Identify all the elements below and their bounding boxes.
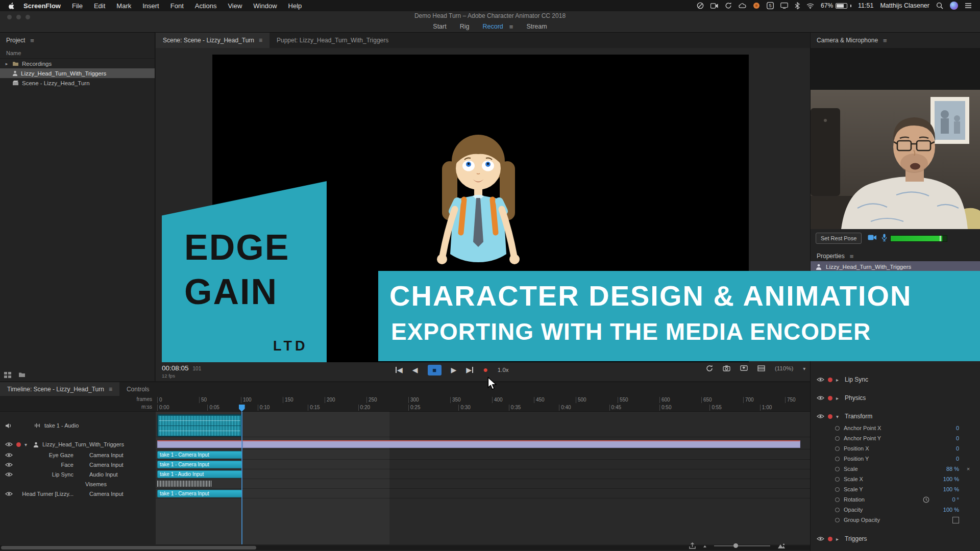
- track-lane[interactable]: [156, 439, 810, 449]
- keyframe-toggle[interactable]: [835, 487, 840, 492]
- section-physics[interactable]: ▸Physics: [811, 392, 980, 404]
- play-button[interactable]: ▶: [451, 366, 457, 374]
- record-arm-dot[interactable]: [828, 378, 832, 382]
- chevron-right-icon[interactable]: ▸: [836, 377, 841, 383]
- speaker-icon[interactable]: [5, 423, 12, 429]
- sync-icon[interactable]: [725, 2, 732, 9]
- visibility-toggle-icon[interactable]: [5, 453, 13, 458]
- screen-output-icon[interactable]: [740, 365, 748, 371]
- active-app-name[interactable]: ScreenFlow: [23, 2, 61, 10]
- keyframe-toggle[interactable]: [835, 426, 840, 431]
- timeline-horizontal-scrollbar[interactable]: [0, 545, 810, 550]
- camera-input-icon[interactable]: [868, 235, 876, 240]
- keyframe-toggle[interactable]: [835, 436, 840, 441]
- project-item-scene-lizzy-head-turn[interactable]: Scene - Lizzy_Head_Turn: [0, 78, 155, 88]
- apple-menu-icon[interactable]: [8, 2, 15, 10]
- timeline-zoom-slider[interactable]: [714, 545, 770, 546]
- keyframe-toggle[interactable]: [835, 508, 840, 512]
- track-header-visemes[interactable]: Visemes: [0, 479, 155, 489]
- property-value[interactable]: 100 %: [934, 476, 959, 482]
- armed-track-bar[interactable]: [157, 440, 800, 448]
- keyframe-toggle[interactable]: [835, 457, 840, 461]
- menu-help[interactable]: Help: [288, 2, 302, 10]
- playback-speed[interactable]: 1.0x: [498, 367, 509, 373]
- take-clip[interactable]: take 1 - Camera Input: [157, 490, 242, 497]
- workspace-tab-stream[interactable]: Stream: [526, 23, 547, 30]
- previous-frame-button[interactable]: ◀: [412, 366, 418, 374]
- chevron-right-icon[interactable]: ▸: [836, 536, 841, 542]
- zoom-in-large-icon[interactable]: [777, 543, 786, 549]
- menu-mark[interactable]: Mark: [116, 2, 131, 10]
- mute-icon[interactable]: [697, 2, 704, 9]
- snapshot-icon[interactable]: [723, 365, 730, 371]
- project-item-lizzy-head-turn-with-triggers[interactable]: Lizzy_Head_Turn_With_Triggers: [0, 68, 155, 78]
- workspace-tab-record[interactable]: Record: [482, 23, 503, 30]
- chevron-right-icon[interactable]: ▸: [836, 395, 841, 401]
- scene-tab-menu-icon[interactable]: ≡: [259, 37, 262, 44]
- zoom-out-small-icon[interactable]: [703, 544, 707, 548]
- video-icon[interactable]: [710, 3, 718, 9]
- keyframe-toggle[interactable]: [835, 446, 840, 451]
- new-item-grid-icon[interactable]: [4, 372, 11, 378]
- record-arm-dot[interactable]: [828, 396, 832, 400]
- go-to-start-button[interactable]: ◀: [396, 366, 403, 374]
- clock[interactable]: 11:51: [858, 2, 873, 9]
- reset-value-icon[interactable]: ×: [963, 466, 973, 472]
- new-folder-icon[interactable]: [18, 372, 26, 378]
- track-lane[interactable]: [156, 414, 810, 437]
- track-header-head-turner-lizzy[interactable]: Head Turner [Lizzy...Camera Input: [0, 489, 155, 498]
- keyframe-toggle[interactable]: [835, 467, 840, 471]
- battery-indicator[interactable]: 67%: [821, 2, 851, 9]
- track-lane[interactable]: take 1 - Audio Input: [156, 469, 810, 479]
- chevron-down-icon[interactable]: ▾: [836, 414, 841, 419]
- properties-panel-menu-icon[interactable]: ≡: [850, 253, 854, 260]
- section-lip-sync[interactable]: ▸Lip Sync: [811, 374, 980, 385]
- menu-view[interactable]: View: [228, 2, 242, 10]
- property-value[interactable]: 0 °: [934, 496, 959, 503]
- record-arm-dot[interactable]: [828, 414, 832, 419]
- export-icon[interactable]: [689, 542, 696, 549]
- menu-window[interactable]: Window: [253, 2, 277, 10]
- audio-take-clip[interactable]: [157, 414, 242, 437]
- project-panel-menu-icon[interactable]: ≡: [30, 37, 34, 44]
- track-header-take-1-audio[interactable]: take 1 - Audio: [0, 414, 155, 437]
- track-lane[interactable]: take 1 - Camera Input: [156, 450, 810, 460]
- zoom-caret-icon[interactable]: ▾: [803, 366, 805, 371]
- property-value[interactable]: 100 %: [934, 507, 959, 513]
- spotlight-search-icon[interactable]: [936, 2, 943, 9]
- notification-center-icon[interactable]: [965, 3, 972, 9]
- siri-icon[interactable]: [950, 2, 958, 10]
- workspace-tab-rig[interactable]: Rig: [460, 23, 470, 30]
- take-clip[interactable]: take 1 - Camera Input: [157, 451, 242, 459]
- selected-puppet-row[interactable]: Lizzy_Head_Turn_With_Triggers: [811, 261, 980, 272]
- visibility-toggle-icon[interactable]: [5, 472, 13, 477]
- keyframe-toggle[interactable]: [835, 518, 840, 522]
- group-opacity-checkbox[interactable]: [952, 517, 959, 523]
- track-lane[interactable]: take 1 - Camera Input: [156, 460, 810, 469]
- visibility-toggle-icon[interactable]: [5, 462, 13, 467]
- take-clip[interactable]: take 1 - Audio Input: [157, 470, 242, 478]
- project-item-recordings[interactable]: ▸Recordings: [0, 59, 155, 68]
- menu-file[interactable]: File: [72, 2, 83, 10]
- cloud-icon[interactable]: [739, 3, 746, 8]
- track-lane[interactable]: take 1 - Camera Input: [156, 489, 810, 498]
- menu-actions[interactable]: Actions: [195, 2, 217, 10]
- track-header-face[interactable]: FaceCamera Input: [0, 460, 155, 469]
- camera-panel-menu-icon[interactable]: ≡: [883, 37, 887, 44]
- track-header-lip-sync[interactable]: Lip SyncAudio Input: [0, 469, 155, 479]
- property-value[interactable]: 0: [934, 435, 959, 441]
- track-header-lizzy-head-turn-with-triggers[interactable]: ▾Lizzy_Head_Turn_With_Triggers: [0, 439, 155, 449]
- record-arm-dot[interactable]: [16, 442, 21, 447]
- user-menu[interactable]: Matthijs Clasener: [880, 2, 929, 9]
- display-icon[interactable]: [780, 3, 788, 9]
- wifi-icon[interactable]: [806, 3, 814, 9]
- stop-button[interactable]: ■: [428, 365, 442, 375]
- property-value[interactable]: 0: [934, 456, 959, 462]
- scene-view-tab-puppet-lizzy-head-turn-with-triggers[interactable]: Puppet: Lizzy_Head_Turn_With_Triggers: [270, 33, 396, 48]
- rec-app-icon[interactable]: [753, 2, 760, 9]
- property-value[interactable]: 100 %: [934, 486, 959, 492]
- stopwatch-icon[interactable]: [923, 496, 929, 503]
- section-transform[interactable]: ▾Transform: [811, 411, 980, 422]
- keyframe-toggle[interactable]: [835, 477, 840, 482]
- visibility-toggle-icon[interactable]: [5, 491, 13, 496]
